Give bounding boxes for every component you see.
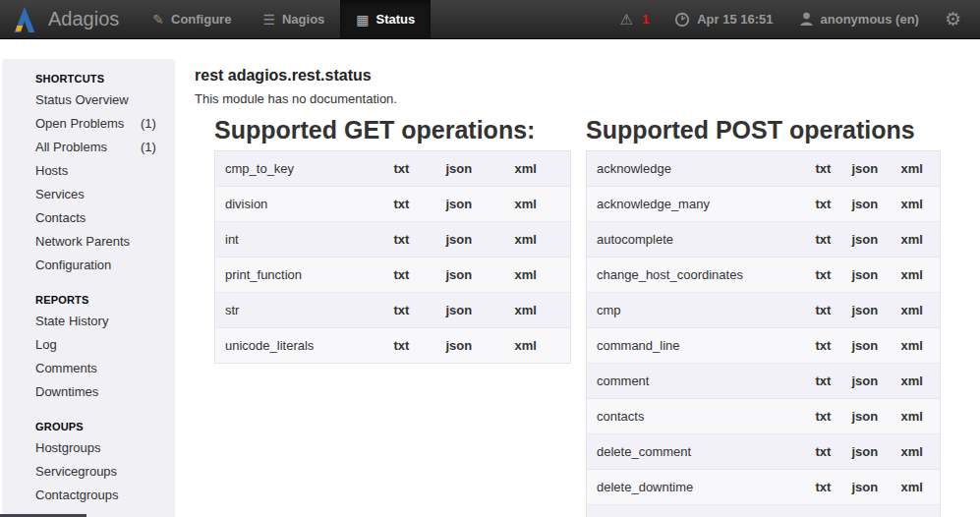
json-link[interactable]: json <box>852 338 879 353</box>
xml-link[interactable]: xml <box>901 303 923 317</box>
json-link[interactable]: json <box>446 267 473 282</box>
sidebar-item-label: Servicegroups <box>35 464 117 479</box>
sidebar-item-state-history[interactable]: State History <box>35 310 175 333</box>
sidebar-item-configuration[interactable]: Configuration <box>35 254 175 277</box>
txt-link[interactable]: txt <box>816 303 832 317</box>
sidebar-item-status-overview[interactable]: Status Overview <box>35 88 175 112</box>
sidebar-item-contacts[interactable]: Contacts <box>35 206 175 230</box>
table-row: print_function txt json xml <box>215 258 571 293</box>
json-link[interactable]: json <box>852 444 879 459</box>
sidebar-item-log[interactable]: Log <box>35 333 175 357</box>
sidebar-item-network-parents[interactable]: Network Parents <box>35 230 175 254</box>
xml-link[interactable]: xml <box>901 409 923 424</box>
xml-link[interactable]: xml <box>901 197 923 211</box>
brand-link[interactable]: Adagios <box>0 0 137 38</box>
sidebar-item-all-problems[interactable]: All Problems(1) <box>35 136 175 159</box>
xml-link[interactable]: xml <box>515 267 537 282</box>
txt-link[interactable]: txt <box>816 444 832 459</box>
txt-link[interactable]: txt <box>816 480 832 494</box>
json-link[interactable]: json <box>446 232 473 247</box>
txt-link[interactable]: txt <box>816 338 832 353</box>
xml-link[interactable]: xml <box>901 338 923 353</box>
txt-link[interactable]: txt <box>816 267 832 282</box>
json-link[interactable]: json <box>852 303 879 317</box>
txt-link[interactable]: txt <box>816 373 832 388</box>
sidebar-item-services[interactable]: Services <box>35 183 175 206</box>
xml-link[interactable]: xml <box>901 480 923 494</box>
txt-link[interactable]: txt <box>816 409 832 424</box>
json-link[interactable]: json <box>852 161 879 176</box>
operations-columns: Supported GET operations: cmp_to_key txt… <box>214 115 980 517</box>
sidebar-item-hostgroups[interactable]: Hostgroups <box>35 436 175 460</box>
sidebar-item-servicegroups[interactable]: Servicegroups <box>35 460 175 484</box>
status-icon: ▦ <box>356 12 369 28</box>
json-link[interactable]: json <box>446 161 473 176</box>
txt-link[interactable]: txt <box>394 338 410 353</box>
json-link[interactable]: json <box>852 232 879 247</box>
txt-link[interactable]: txt <box>394 197 410 211</box>
xml-link[interactable]: xml <box>901 232 923 247</box>
datetime-label: Apr 15 16:51 <box>697 12 773 27</box>
txt-link[interactable]: txt <box>816 232 832 247</box>
nav-item-configure[interactable]: ✎ Configure <box>137 0 247 38</box>
user-menu[interactable]: anonymous (en) <box>786 0 932 38</box>
xml-link[interactable]: xml <box>901 267 923 282</box>
xml-link[interactable]: xml <box>515 197 537 211</box>
json-link[interactable]: json <box>446 338 473 353</box>
nav-item-nagios[interactable]: ☰ Nagios <box>247 0 340 38</box>
json-link[interactable]: json <box>852 373 879 388</box>
warning-icon: ⚠ <box>620 12 633 27</box>
table-row: contacts txt json xml <box>587 399 941 434</box>
sidebar-item-hosts[interactable]: Hosts <box>35 159 175 183</box>
user-icon <box>799 12 814 27</box>
operation-name: acknowledge <box>587 151 806 187</box>
json-link[interactable]: json <box>852 480 879 494</box>
json-link[interactable]: json <box>852 197 879 211</box>
txt-link[interactable]: txt <box>394 161 410 176</box>
operation-name: contacts <box>587 399 806 434</box>
sidebar-item-downtimes[interactable]: Downtimes <box>35 380 175 404</box>
nav-item-label: Configure <box>171 12 231 27</box>
txt-link[interactable]: txt <box>394 303 410 317</box>
settings-button[interactable]: ⚙ <box>932 0 974 38</box>
sidebar-item-label: Contactgroups <box>35 488 119 502</box>
json-link[interactable]: json <box>852 409 879 424</box>
xml-link[interactable]: xml <box>515 232 537 247</box>
nav-item-status[interactable]: ▦ Status <box>340 0 431 38</box>
sidebar-item-label: Downtimes <box>35 384 98 399</box>
alerts-indicator[interactable]: ⚠ 1 <box>607 0 663 38</box>
section-title: GROUPS <box>35 417 175 436</box>
txt-link[interactable]: txt <box>816 161 832 176</box>
sidebar-item-label: Comments <box>35 361 97 375</box>
sidebar-item-contactgroups[interactable]: Contactgroups <box>35 484 175 507</box>
txt-link[interactable]: txt <box>394 267 410 282</box>
table-row: cmp txt json xml <box>587 293 941 328</box>
operation-name: delete_comment <box>587 434 806 470</box>
xml-link[interactable]: xml <box>901 373 923 388</box>
table-row: delete_comment txt json xml <box>587 434 941 470</box>
nav-item-label: Status <box>376 12 416 27</box>
xml-link[interactable]: xml <box>515 338 537 353</box>
txt-link[interactable]: txt <box>394 232 410 247</box>
xml-link[interactable]: xml <box>515 161 537 176</box>
table-row: command_line txt json xml <box>587 328 941 364</box>
datetime-indicator[interactable]: Apr 15 16:51 <box>662 0 785 38</box>
sidebar-item-comments[interactable]: Comments <box>35 357 175 380</box>
json-link[interactable]: json <box>446 303 473 317</box>
json-link[interactable]: json <box>852 267 879 282</box>
section-title: REPORTS <box>35 290 175 310</box>
table-row: acknowledge_many txt json xml <box>587 187 941 222</box>
operation-name: acknowledge_many <box>587 187 806 222</box>
json-link[interactable]: json <box>446 197 473 211</box>
xml-link[interactable]: xml <box>901 161 923 176</box>
sidebar-item-label: Contacts <box>35 210 86 225</box>
xml-link[interactable]: xml <box>515 303 537 317</box>
sidebar-item-open-problems[interactable]: Open Problems(1) <box>35 112 175 136</box>
get-operations-section: Supported GET operations: cmp_to_key txt… <box>214 115 571 364</box>
operation-name: str <box>215 293 384 328</box>
xml-link[interactable]: xml <box>901 444 923 459</box>
post-operations-table: acknowledge txt json xml acknowledge_man… <box>586 150 941 517</box>
table-row: int txt json xml <box>215 222 571 258</box>
txt-link[interactable]: txt <box>816 197 832 211</box>
operation-name: autocomplete <box>587 222 806 258</box>
